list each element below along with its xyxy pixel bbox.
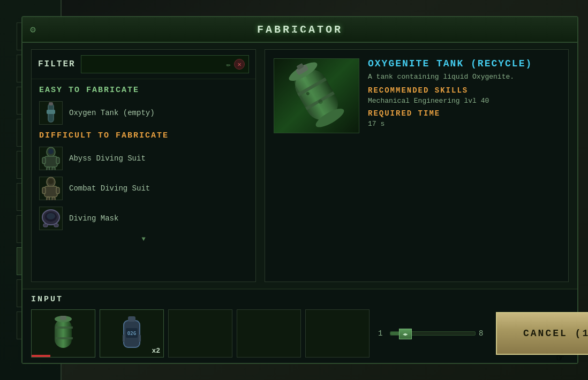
input-label: INPUT [31,295,569,304]
input-slot-2[interactable]: O2G x2 [100,309,164,358]
input-slot-4[interactable] [237,309,301,358]
svg-rect-71 [56,337,73,339]
qty-slider[interactable] [390,331,476,336]
item-icon-diving-mask [39,207,63,230]
svg-rect-38 [47,110,55,114]
cancel-button-wrap: CANCEL (1) ☞ [496,312,588,355]
svg-rect-43 [42,157,46,164]
item-name-combat-suit: Combat Diving Suit [69,184,150,193]
item-name-diving-mask: Diving Mask [69,214,118,223]
skills-value: Mechanical Engineering lvl 40 [368,97,560,105]
skills-label: RECOMMENDED SKILLS [368,86,560,95]
fabricator-dialog: ⚙ ⋮⋮ FABRICATOR FILTER ✏ ✕ [21,16,578,364]
item-icon-combat-suit [39,177,63,200]
category-difficult-header: DIFFICULT TO FABRICATE [32,128,255,143]
item-name-abyss-suit: Abyss Diving Suit [69,154,146,163]
svg-rect-51 [56,187,59,194]
item-name-oxygen-tank: Oxygen Tank (empty) [69,109,155,117]
svg-rect-70 [56,326,73,329]
item-preview [274,58,359,133]
cursor-hand: ☞ [556,351,563,366]
svg-rect-78 [123,335,125,342]
input-slot-5[interactable] [305,309,370,358]
item-info: OXYGENITE TANK (RECYCLE) A tank containi… [368,58,560,128]
qty-min: 1 [378,329,387,338]
input-area: INPUT [22,288,577,363]
cancel-button[interactable]: CANCEL (1) [496,312,588,355]
filter-input-wrap: ✏ ✕ [81,55,249,73]
qty-max: 8 [479,329,487,338]
category-easy-header: EASY TO FABRICATE [32,82,255,98]
quantity-range: 1 8 [378,329,487,338]
list-item-abyss-diving-suit[interactable]: Abyss Diving Suit [32,143,255,173]
slot-quantity-2: x2 [152,347,160,355]
list-item-diving-mask[interactable]: Diving Mask [32,203,255,233]
time-section: REQUIRED TIME 17 s [368,109,560,128]
list-item-combat-diving-suit[interactable]: Combat Diving Suit [32,173,255,203]
item-icon-oxygen-tank [39,101,63,125]
filter-clear-button[interactable]: ✕ [234,59,245,70]
left-panel: FILTER ✏ ✕ EASY TO FABRICATE [31,49,256,282]
dialog-titlebar: ⚙ ⋮⋮ FABRICATOR [22,17,577,43]
filter-label: FILTER [38,59,76,69]
filter-edit-icon[interactable]: ✏ [227,60,231,69]
time-label: REQUIRED TIME [368,109,560,118]
skill-section: RECOMMENDED SKILLS Mechanical Engineerin… [368,86,560,105]
svg-rect-73 [60,316,66,320]
filter-input[interactable] [81,55,249,73]
item-icon-abyss-suit [39,147,63,170]
svg-rect-50 [42,187,46,194]
svg-rect-42 [44,156,57,167]
svg-text:O2G: O2G [127,331,136,336]
item-name: OXYGENITE TANK (RECYCLE) [368,58,560,69]
svg-point-56 [47,213,55,219]
filter-row: FILTER ✏ ✕ [32,50,255,79]
input-slot-3[interactable] [168,309,232,358]
dialog-body: FILTER ✏ ✕ EASY TO FABRICATE [22,43,577,363]
svg-rect-77 [128,316,135,322]
svg-rect-45 [47,167,50,170]
time-value: 17 s [368,120,560,128]
svg-rect-39 [49,102,53,105]
svg-rect-58 [54,224,58,227]
svg-rect-53 [52,197,55,200]
item-header: OXYGENITE TANK (RECYCLE) A tank containi… [274,58,560,133]
svg-rect-52 [47,197,50,200]
input-slot-1[interactable] [31,309,95,358]
svg-rect-79 [139,335,141,342]
quantity-control: 1 8 [378,329,487,338]
qty-slider-thumb[interactable] [399,329,412,339]
drag-handle: ⋮⋮ [290,25,310,34]
svg-point-48 [48,179,54,184]
settings-icon[interactable]: ⚙ [30,24,36,35]
svg-rect-46 [52,167,55,170]
svg-rect-49 [44,186,57,197]
list-item-oxygen-tank[interactable]: Oxygen Tank (empty) [32,98,255,128]
right-panel: OXYGENITE TANK (RECYCLE) A tank containi… [265,49,569,282]
item-list: EASY TO FABRICATE Oxygen Tank (empty) [32,79,255,282]
scroll-down-arrow[interactable]: ▼ [141,235,145,243]
preview-object [287,60,346,132]
svg-rect-44 [56,157,59,164]
slot-bar-1 [32,355,50,357]
input-row: O2G x2 1 [31,309,569,358]
item-description: A tank containing liquid Oxygenite. [368,72,560,82]
svg-point-41 [48,149,54,154]
content-area: FILTER ✏ ✕ EASY TO FABRICATE [22,43,577,288]
svg-rect-57 [43,224,48,227]
svg-rect-69 [55,319,72,348]
